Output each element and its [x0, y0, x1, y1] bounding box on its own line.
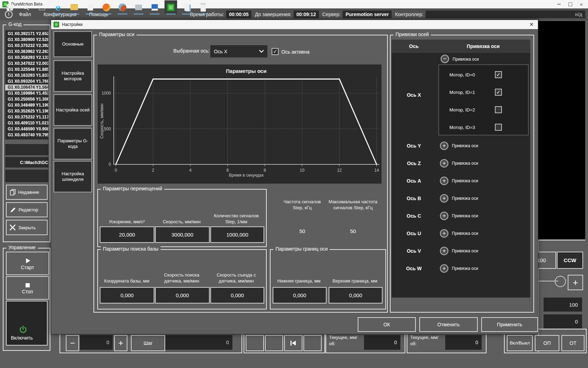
playback-button-1[interactable] — [246, 335, 264, 351]
onoff-button[interactable]: Вкл/Выкл — [507, 335, 533, 351]
search-icon[interactable] — [20, 0, 32, 14]
playback-button-2[interactable] — [265, 335, 283, 351]
tab-motors[interactable]: Настройка моторов — [54, 60, 92, 92]
ccw-button[interactable]: CCW — [557, 252, 583, 269]
tab-gcode-params[interactable]: Параметры G-кода — [54, 128, 92, 159]
expand-binding-icon[interactable]: + — [440, 212, 448, 220]
gcode-line[interactable]: G1 X0.363962 Y2.263 — [5, 49, 48, 55]
motor-checkbox[interactable] — [495, 124, 502, 131]
gcode-line[interactable]: G1 X0.325548 Y1.885 — [5, 67, 48, 73]
gcode-line[interactable]: G1 X0.169894 Y1.453 — [5, 90, 48, 96]
expand-binding-icon[interactable]: + — [440, 264, 448, 273]
system-icon[interactable] — [132, 0, 145, 14]
axis-select[interactable]: Ось X — [210, 45, 267, 57]
cancel-button[interactable]: Отменить — [419, 317, 478, 332]
tab-general[interactable]: Основные — [54, 31, 92, 57]
notes-icon[interactable] — [181, 0, 193, 14]
apply-button[interactable]: Применить — [481, 317, 538, 332]
gcode-line[interactable]: G1 X0.250056 Y1.306 — [5, 96, 48, 102]
motor-checkbox[interactable] — [495, 89, 502, 96]
motor-checkbox[interactable] — [495, 71, 502, 78]
firefox-icon[interactable] — [100, 0, 113, 14]
axis-label[interactable]: Ось Y — [392, 137, 436, 155]
axis-label[interactable]: Ось B — [392, 190, 436, 207]
lower-limit-field[interactable]: 0,000 — [273, 287, 327, 304]
close-icon[interactable]: × — [577, 1, 586, 7]
tab-spindle[interactable]: Настройка шпинделя — [54, 161, 92, 192]
axis-label[interactable]: Ось U — [392, 225, 436, 242]
task-view-icon[interactable] — [36, 0, 48, 14]
start-button[interactable]: Старт — [6, 252, 49, 275]
calculator-icon[interactable] — [197, 0, 209, 14]
expand-binding-icon[interactable]: + — [440, 177, 448, 185]
gcode-list[interactable]: G1 X0.392171 Y2.652G1 X0.380900 Y2.528G1… — [5, 30, 48, 139]
power-button[interactable]: Включить — [6, 301, 48, 346]
ot-button[interactable]: ОТ — [561, 335, 584, 351]
start-icon[interactable] — [4, 0, 16, 14]
upper-limit-field[interactable]: 0,000 — [329, 287, 383, 304]
axis-label[interactable]: Ось V — [392, 242, 436, 260]
axis-label[interactable]: Ось Z — [392, 155, 436, 172]
gcode-line[interactable]: G1 X0.352625 Y1.196 — [5, 108, 48, 114]
gcode-line[interactable]: G1 X0.493740 Y0.795 — [5, 132, 48, 138]
gcode-line[interactable]: G1 X0.375232 Y2.392 — [5, 43, 48, 49]
expand-binding-icon[interactable]: + — [440, 229, 448, 238]
gcode-line[interactable]: G1 X0.375232 Y1.117 — [5, 114, 48, 120]
axis-x-cell[interactable]: Ось X — [392, 53, 436, 137]
close-gcode-button[interactable]: Закрыть — [6, 220, 48, 235]
jog-minus-button[interactable]: − — [66, 335, 79, 351]
skip-to-start-button[interactable] — [284, 335, 302, 351]
axis-label[interactable]: Ось A — [392, 172, 436, 190]
gcode-line[interactable]: G1 X0.392171 Y2.652 — [5, 31, 48, 37]
retract-speed-field[interactable]: 0,000 — [210, 287, 264, 304]
maximize-icon[interactable] — [566, 1, 575, 7]
gcode-line[interactable]: G1 X0.347022 Y2.003 — [5, 61, 48, 67]
edge-icon[interactable]: e — [52, 0, 64, 14]
dialog-titlebar: Настройки ✕ — [51, 20, 538, 29]
motor-checkbox[interactable] — [495, 106, 502, 113]
step-button[interactable]: Шаг — [131, 335, 165, 351]
axis-label[interactable]: Ось C — [392, 207, 436, 225]
gcode-line[interactable]: G1 X0.348489 Y1.199 — [5, 102, 48, 108]
spindle-slider-handle[interactable] — [555, 276, 566, 287]
gcode-line[interactable]: G1 X0.093204 Y1.769 — [5, 79, 48, 84]
minimize-icon[interactable] — [554, 1, 564, 7]
axis-active-checkbox[interactable] — [272, 48, 279, 55]
dialog-close-icon[interactable]: ✕ — [529, 21, 538, 28]
stop-button[interactable]: Стоп — [6, 276, 49, 300]
spindle-plus-button[interactable]: + — [568, 275, 583, 290]
file-explorer-icon[interactable] — [68, 0, 80, 14]
probe-speed-field[interactable]: 0,000 — [155, 287, 210, 304]
expand-binding-icon[interactable]: + — [440, 194, 448, 203]
expand-binding-icon[interactable]: + — [440, 142, 448, 150]
steps-field[interactable]: 1000,000 — [210, 226, 264, 243]
expand-binding-icon[interactable]: + — [440, 247, 448, 255]
recent-button[interactable]: Недавние — [6, 185, 48, 200]
axis-label[interactable]: Ось W — [392, 260, 436, 277]
gcode-line[interactable]: G1 X0.409110 Y1.021 — [5, 120, 48, 126]
binding-toggle-label: Привязка оси — [452, 213, 478, 218]
jog-plus-button[interactable]: + — [114, 335, 127, 351]
editor-button[interactable]: Редактор — [6, 202, 48, 217]
gcode-line[interactable]: G1 X0.380900 Y2.528 — [5, 37, 48, 43]
media-icon[interactable] — [116, 0, 129, 14]
op-button[interactable]: ОП — [535, 335, 559, 351]
playback-button-4[interactable] — [303, 335, 322, 351]
gcode-line[interactable]: G1 X0.448590 Y0.908 — [5, 126, 48, 132]
accel-field[interactable]: 20,000 — [100, 226, 154, 243]
gcode-line[interactable]: G1 X0.163293 Y1.837 — [5, 73, 48, 79]
axis-chart: 0246810121405001000Параметры осиВремя в … — [98, 64, 382, 184]
tab-axes[interactable]: Настройка осей — [54, 94, 92, 126]
binding-toggle-label: Привязка оси — [452, 231, 478, 236]
speed-field[interactable]: 3000,000 — [155, 226, 210, 243]
puremotion-icon[interactable] — [164, 0, 177, 14]
home-coord-field[interactable]: 0,000 — [100, 287, 154, 304]
collapse-binding-icon[interactable]: − — [441, 55, 449, 63]
gcode-line[interactable]: G1 X0.358293 Y2.133 — [5, 55, 48, 61]
expand-binding-icon[interactable]: + — [440, 159, 448, 168]
ok-button[interactable]: ОК — [358, 317, 416, 332]
store-icon[interactable] — [84, 0, 97, 14]
ide-icon[interactable] — [148, 0, 161, 14]
movement-group-label: Параметры перемещений — [101, 186, 164, 191]
gcode-line[interactable]: G1 X0.106474 Y1.564 — [5, 84, 48, 90]
